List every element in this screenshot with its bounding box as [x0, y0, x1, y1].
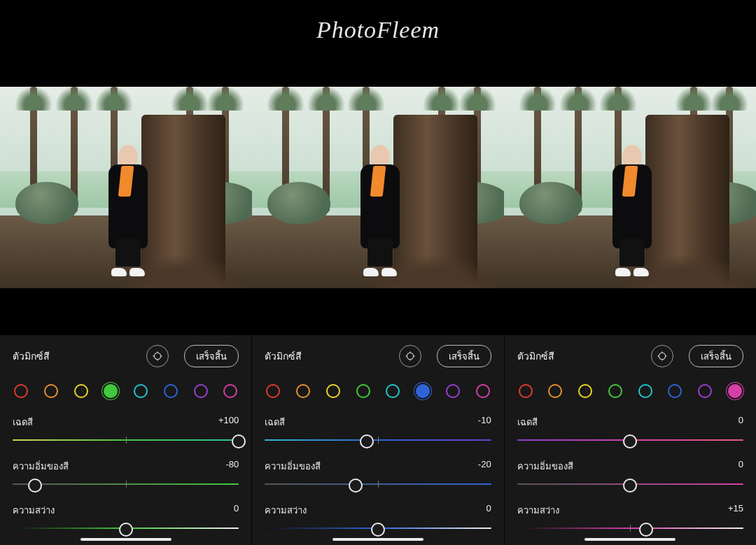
panel-title: ตัวมิกซ์สี — [517, 348, 554, 364]
color-swatch[interactable] — [134, 384, 148, 398]
svg-point-0 — [155, 353, 161, 359]
slider-row: เฉดสี-10 — [265, 415, 491, 445]
color-swatch-row — [519, 384, 742, 398]
slider-track[interactable] — [265, 435, 491, 445]
target-picker-button[interactable] — [146, 345, 169, 367]
color-swatch[interactable] — [638, 384, 652, 398]
home-indicator — [80, 538, 172, 541]
color-swatch[interactable] — [356, 384, 370, 398]
color-swatch[interactable] — [548, 384, 562, 398]
preview-image — [252, 87, 504, 288]
slider-label: เฉดสี — [265, 415, 285, 430]
watermark-text: PhotoFleem — [0, 17, 756, 43]
panel-title: ตัวมิกซ์สี — [265, 348, 302, 364]
slider-thumb[interactable] — [360, 434, 374, 448]
done-button[interactable]: เสร็จสิ้น — [184, 345, 239, 367]
slider-value: 0 — [234, 503, 239, 518]
preview-strip — [0, 87, 756, 288]
slider-thumb[interactable] — [371, 523, 385, 537]
panel-header: ตัวมิกซ์สีเสร็จสิ้น — [517, 345, 743, 367]
color-swatch[interactable] — [698, 384, 712, 398]
color-swatch[interactable] — [446, 384, 460, 398]
preview-image — [0, 87, 252, 288]
color-swatch[interactable] — [578, 384, 592, 398]
slider-label: ความอิ่มของสี — [265, 459, 321, 474]
color-swatch[interactable] — [416, 384, 430, 398]
color-swatch[interactable] — [608, 384, 622, 398]
editor-panels-row: ตัวมิกซ์สีเสร็จสิ้นเฉดสี+100ความอิ่มของส… — [0, 335, 756, 545]
slider-label: ความอิ่มของสี — [517, 459, 573, 474]
color-swatch[interactable] — [326, 384, 340, 398]
target-picker-button[interactable] — [399, 345, 421, 367]
app-root: PhotoFleem ตัวมิกซ์สีเสร็จสิ้นเฉดสี+100ค… — [0, 0, 756, 545]
slider-thumb[interactable] — [28, 479, 42, 493]
slider-value: -80 — [226, 459, 239, 474]
slider-row: ความอิ่มของสี-80 — [13, 459, 239, 489]
color-swatch[interactable] — [476, 384, 490, 398]
target-picker-button[interactable] — [651, 345, 673, 367]
home-indicator — [332, 538, 424, 541]
slider-thumb[interactable] — [349, 479, 363, 493]
slider-value: -20 — [478, 459, 491, 474]
color-swatch[interactable] — [223, 384, 237, 398]
slider-row: ความสว่าง0 — [13, 503, 239, 533]
color-swatch[interactable] — [104, 384, 118, 398]
slider-value: 0 — [738, 459, 743, 474]
slider-value: -10 — [478, 415, 491, 430]
color-swatch[interactable] — [728, 384, 742, 398]
done-button[interactable]: เสร็จสิ้น — [689, 345, 743, 367]
svg-point-10 — [659, 353, 665, 359]
slider-thumb[interactable] — [639, 523, 653, 537]
panel-header: ตัวมิกซ์สีเสร็จสิ้น — [13, 345, 239, 367]
slider-value: 0 — [486, 503, 491, 518]
slider-track[interactable] — [13, 435, 239, 445]
slider-track[interactable] — [517, 523, 743, 533]
slider-label: เฉดสี — [13, 415, 33, 430]
preview-image — [504, 87, 756, 288]
slider-track[interactable] — [265, 523, 491, 533]
color-swatch[interactable] — [296, 384, 310, 398]
slider-track[interactable] — [13, 479, 239, 489]
slider-thumb[interactable] — [623, 479, 637, 493]
panel-title: ตัวมิกซ์สี — [13, 348, 50, 364]
slider-row: ความสว่าง0 — [265, 503, 491, 533]
color-swatch[interactable] — [668, 384, 682, 398]
color-swatch-row — [266, 384, 489, 398]
slider-row: ความสว่าง+15 — [517, 503, 743, 533]
svg-point-5 — [407, 353, 413, 359]
slider-value: +100 — [218, 415, 239, 430]
slider-track[interactable] — [517, 435, 743, 445]
color-swatch[interactable] — [386, 384, 400, 398]
slider-track[interactable] — [517, 479, 743, 489]
color-swatch[interactable] — [519, 384, 533, 398]
slider-label: ความสว่าง — [265, 503, 307, 518]
done-button[interactable]: เสร็จสิ้น — [437, 345, 491, 367]
color-swatch[interactable] — [14, 384, 28, 398]
color-swatch[interactable] — [164, 384, 178, 398]
slider-thumb[interactable] — [232, 434, 246, 448]
color-mix-panel: ตัวมิกซ์สีเสร็จสิ้นเฉดสี0ความอิ่มของสี0ค… — [504, 335, 756, 545]
slider-label: เฉดสี — [517, 415, 538, 430]
color-swatch[interactable] — [74, 384, 88, 398]
slider-label: ความอิ่มของสี — [13, 459, 69, 474]
slider-label: ความสว่าง — [517, 503, 559, 518]
slider-row: ความอิ่มของสี0 — [517, 459, 743, 489]
target-icon — [152, 351, 163, 362]
slider-thumb[interactable] — [119, 523, 133, 537]
color-mix-panel: ตัวมิกซ์สีเสร็จสิ้นเฉดสี+100ความอิ่มของส… — [0, 335, 251, 545]
panel-header: ตัวมิกซ์สีเสร็จสิ้น — [265, 345, 491, 367]
slider-value: 0 — [738, 415, 743, 430]
slider-value: +15 — [728, 503, 743, 518]
color-swatch[interactable] — [266, 384, 280, 398]
slider-row: ความอิ่มของสี-20 — [265, 459, 491, 489]
slider-label: ความสว่าง — [13, 503, 55, 518]
color-mix-panel: ตัวมิกซ์สีเสร็จสิ้นเฉดสี-10ความอิ่มของสี… — [251, 335, 503, 545]
slider-row: เฉดสี+100 — [13, 415, 239, 445]
slider-row: เฉดสี0 — [517, 415, 743, 445]
color-swatch-row — [14, 384, 237, 398]
color-swatch[interactable] — [44, 384, 58, 398]
color-swatch[interactable] — [194, 384, 208, 398]
slider-track[interactable] — [13, 523, 239, 533]
slider-thumb[interactable] — [623, 434, 637, 448]
slider-track[interactable] — [265, 479, 491, 489]
